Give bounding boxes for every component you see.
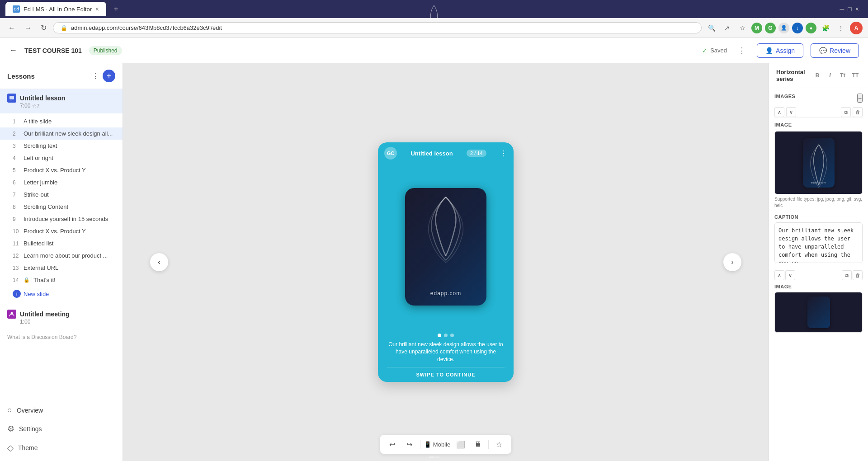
tab-title: Ed LMS · All In One Editor	[24, 6, 92, 13]
lesson-time: 7:00	[20, 103, 30, 109]
slide-item-3[interactable]: 3 Scrolling text	[0, 140, 123, 152]
all-caps-btn[interactable]: TT	[850, 70, 861, 81]
discussion-item[interactable]: What is a Discussion Board?	[0, 329, 123, 345]
plugin-g-icon[interactable]: G	[765, 23, 776, 33]
panel-delete-btn[interactable]: 🗑	[853, 107, 863, 117]
saved-label: Saved	[710, 47, 727, 54]
favorite-btn[interactable]: ☆	[492, 437, 506, 451]
slide-item-10[interactable]: 10 Product X vs. Product Y	[0, 225, 123, 237]
plugin-icon3[interactable]: 👤	[778, 23, 789, 33]
section-up-btn[interactable]: ∧	[774, 270, 784, 280]
slide-item-5[interactable]: 5 Product X vs. Product Y	[0, 164, 123, 176]
address-bar[interactable]: 🔒 admin.edapp.com/course/643f9b8cd37fccb…	[53, 22, 702, 33]
browser-menu-icon[interactable]: ⋮	[835, 22, 847, 34]
back-to-courses-btn[interactable]: ←	[9, 46, 17, 55]
new-tab-btn[interactable]: +	[113, 5, 118, 14]
center-preview-area: ‹ › GC Untitled lesson 2 / 14 ⋮	[123, 63, 769, 461]
panel-nav-down-btn[interactable]: ∨	[786, 107, 796, 117]
sidebar-item-overview[interactable]: ○ Overview	[0, 401, 123, 419]
preview-curves-svg	[803, 142, 835, 192]
sidebar-header: Lessons ⋮ +	[0, 63, 123, 89]
right-panel-scroll[interactable]: Images − ∧ ∨ ⧉ 🗑 IMAGE	[769, 88, 868, 461]
win-maximize[interactable]: □	[848, 5, 851, 13]
assign-icon: 👤	[765, 47, 773, 54]
phone-menu-icon: ⋮	[500, 149, 507, 158]
caption-textarea[interactable]	[774, 222, 863, 263]
lesson-item-untitled[interactable]: Untitled lesson 7:00 ☆7	[0, 89, 123, 113]
section-copy-btn[interactable]: ⧉	[842, 270, 852, 280]
redo-btn[interactable]: ↪	[403, 437, 416, 451]
published-badge: Published	[89, 46, 122, 55]
nav-forward-btn[interactable]: →	[22, 22, 34, 34]
slide-item-8[interactable]: 8 Scrolling Content	[0, 201, 123, 213]
plugin-m-icon[interactable]: M	[751, 23, 762, 33]
header-more-btn[interactable]: ⋮	[738, 46, 746, 56]
slide-item-9[interactable]: 9 Introduce yourself in 15 seconds	[0, 213, 123, 225]
sidebar-more-btn[interactable]: ⋮	[92, 72, 99, 80]
img-supported-text: Supported file types: jpg, jpeg, png, gi…	[774, 196, 863, 209]
slide-num: 13	[13, 265, 20, 271]
slide-item-4[interactable]: 4 Left or right	[0, 152, 123, 164]
tablet-view-btn[interactable]: ⬜	[454, 437, 467, 451]
plugin-icon5[interactable]: ●	[806, 23, 816, 33]
slide-item-6[interactable]: 6 Letter jumble	[0, 176, 123, 188]
win-close[interactable]: ×	[855, 5, 859, 13]
slide-name: Left or right	[24, 155, 115, 161]
review-button[interactable]: 💬 Review	[811, 43, 859, 58]
course-title: TEST COURSE 101	[24, 47, 82, 54]
title-case-btn[interactable]: Tt	[837, 70, 848, 81]
image-preview-2[interactable]: edapp.com	[774, 292, 863, 333]
share-icon[interactable]: ↗	[721, 22, 733, 34]
slide-name: Letter jumble	[24, 179, 115, 186]
win-minimize[interactable]: ─	[840, 5, 844, 13]
slide-num: 6	[13, 179, 20, 186]
tab-close-btn[interactable]: ×	[95, 5, 99, 13]
image-preview-1[interactable]: edapp.com	[774, 131, 863, 194]
extensions-icon[interactable]: 🧩	[819, 22, 832, 34]
slide-item-12[interactable]: 12 Learn more about our product ...	[0, 249, 123, 262]
meeting-item[interactable]: Untitled meeting 1:00	[0, 305, 123, 329]
slide-item-14[interactable]: 14 🔒 That's it!	[0, 274, 123, 286]
add-lesson-btn[interactable]: +	[103, 70, 115, 82]
slide-item-7[interactable]: 7 Strike-out	[0, 188, 123, 201]
panel-nav-up-btn[interactable]: ∧	[774, 107, 784, 117]
nav-back-btn[interactable]: ←	[5, 22, 18, 34]
slide-item-11[interactable]: 11 Bulleted list	[0, 237, 123, 249]
section-delete-btn[interactable]: 🗑	[853, 270, 863, 280]
browser-tab[interactable]: Ed Ed LMS · All In One Editor ×	[5, 2, 106, 16]
assign-button[interactable]: 👤 Assign	[757, 43, 803, 58]
section-controls-2: ∧ ∨ ⧉ 🗑	[774, 270, 863, 280]
slide-list: 1 A title slide 2 Our brilliant new slee…	[0, 113, 123, 303]
right-panel-header: Horizontal series B I Tt TT	[769, 63, 868, 88]
phone-app-icon: GC	[384, 147, 397, 160]
section-down-btn[interactable]: ∨	[785, 270, 795, 280]
bold-btn[interactable]: B	[812, 70, 823, 81]
next-slide-btn[interactable]: ›	[723, 253, 741, 271]
slide-item-13[interactable]: 13 External URL	[0, 262, 123, 274]
nav-refresh-btn[interactable]: ↻	[38, 22, 49, 34]
prev-slide-btn[interactable]: ‹	[150, 253, 168, 271]
slide-num: 5	[13, 167, 20, 174]
desktop-view-btn[interactable]: 🖥	[471, 437, 485, 451]
italic-btn[interactable]: I	[825, 70, 835, 81]
overview-icon: ○	[7, 405, 12, 415]
undo-btn[interactable]: ↩	[386, 437, 399, 451]
search-icon[interactable]: 🔍	[705, 22, 718, 34]
profile-avatar[interactable]: A	[850, 22, 863, 34]
url-text: admin.edapp.com/course/643f9b8cd37fccb6a…	[71, 24, 222, 31]
slide-num: 11	[13, 240, 20, 247]
lesson-stars: ☆7	[32, 103, 39, 109]
sidebar-item-settings[interactable]: ⚙ Settings	[0, 419, 123, 438]
bookmark-icon[interactable]: ☆	[736, 22, 749, 34]
sidebar-scroll[interactable]: Untitled lesson 7:00 ☆7 1 A title slide …	[0, 89, 123, 397]
collapse-images-btn[interactable]: −	[857, 94, 863, 103]
plugin-download-icon[interactable]: ↓	[792, 23, 803, 33]
slide-item-1[interactable]: 1 A title slide	[0, 115, 123, 127]
new-slide-btn[interactable]: + New slide	[0, 286, 123, 301]
image-section-1: IMAGE edapp.com Supported file	[774, 122, 863, 209]
sidebar-item-theme[interactable]: ◇ Theme	[0, 438, 123, 457]
overview-label: Overview	[17, 407, 43, 414]
slide-name: Bulleted list	[24, 240, 115, 247]
panel-copy-btn[interactable]: ⧉	[841, 107, 851, 117]
slide-item-2[interactable]: 2 Our brilliant new sleek design all...	[0, 127, 123, 140]
